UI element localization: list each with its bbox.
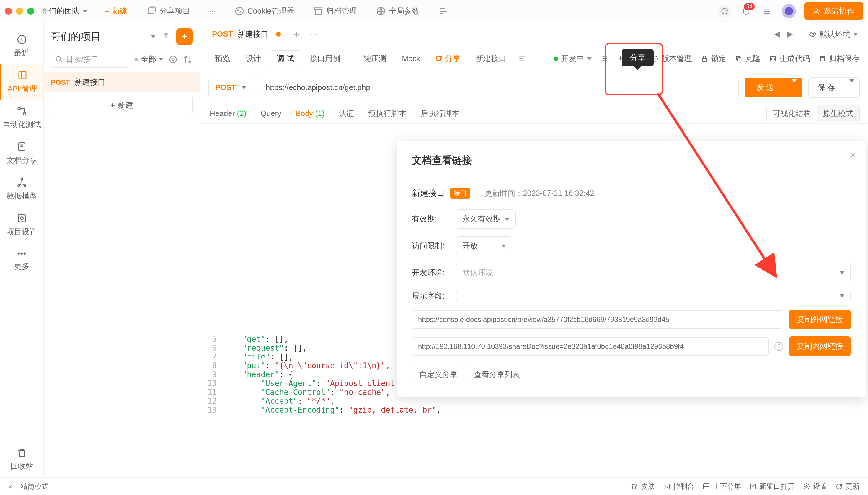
response-body-code[interactable]: 5 "get": [],6 "request": [],7 "file": []…: [200, 330, 868, 477]
reqtab-auth[interactable]: 认证: [337, 104, 355, 123]
reqtab-body[interactable]: Body (1): [294, 104, 326, 123]
tab-more-button[interactable]: ···: [305, 28, 324, 40]
new-label: 新建: [112, 6, 127, 16]
sidebar-new-button[interactable]: + 新建: [51, 96, 193, 115]
new-button[interactable]: + 新建: [98, 3, 134, 19]
subtab-cases[interactable]: 接口用例: [303, 51, 347, 67]
editor-tab[interactable]: POST 新建接口: [204, 22, 289, 46]
chevron-down-icon: [849, 80, 854, 91]
archive-save-button[interactable]: 归档保存: [819, 53, 860, 64]
validate-select[interactable]: 按undefined校验: [786, 321, 862, 338]
footer-console[interactable]: 控制台: [663, 482, 694, 491]
sidebar-item[interactable]: POST 新建接口: [44, 72, 200, 92]
lock-button[interactable]: 锁定: [701, 53, 726, 64]
clone-button[interactable]: 克隆: [735, 53, 761, 64]
team-selector[interactable]: 哥们的团队: [41, 6, 87, 16]
global-params-button[interactable]: 全局参数: [369, 3, 426, 19]
send-button[interactable]: 发 送: [745, 78, 786, 98]
close-button[interactable]: ×: [850, 150, 856, 161]
footer-split-label: 上下分屏: [713, 482, 741, 491]
reqtab-post[interactable]: 后执行脚本: [419, 104, 460, 123]
tab-next-button[interactable]: ▶: [787, 30, 793, 39]
rail-model[interactable]: 数据模型: [0, 171, 44, 207]
rail-auto[interactable]: 自动化测试: [0, 100, 44, 136]
window-max-dot[interactable]: [27, 8, 34, 15]
sidebar-filter[interactable]: ● 全部: [134, 54, 163, 64]
rail-more[interactable]: ••• 更多: [0, 243, 44, 277]
indent-icon[interactable]: [601, 55, 608, 63]
env-select[interactable]: 默认环境: [456, 263, 851, 283]
footer-skin[interactable]: 皮肤: [631, 482, 655, 491]
access-select[interactable]: 开放: [456, 236, 512, 255]
subtab-stress[interactable]: 一键压测: [349, 51, 393, 67]
exp-select[interactable]: 永久有效期: [456, 209, 516, 228]
tab-prev-button[interactable]: ◀: [774, 30, 780, 39]
upload-icon[interactable]: [161, 32, 171, 41]
subtab-debug[interactable]: 调 试: [270, 50, 301, 67]
sort-icon[interactable]: [183, 54, 193, 64]
save-button[interactable]: 保 存: [809, 78, 844, 98]
share-project-button[interactable]: 分享项目: [140, 3, 197, 19]
rail-trash[interactable]: 回收站: [0, 442, 44, 477]
rp-char: 字: [856, 187, 863, 196]
version-button[interactable]: 版本管理: [651, 53, 692, 64]
footer-collapse[interactable]: «: [8, 482, 12, 491]
result-toggle[interactable]: [731, 325, 749, 334]
sidebar-search[interactable]: 目录/接口: [51, 51, 129, 68]
sync-button[interactable]: [718, 5, 731, 18]
lock-icon: [701, 55, 708, 62]
view-visual[interactable]: 可视化结构: [767, 105, 817, 122]
window-min-dot[interactable]: [16, 8, 23, 15]
menu-button[interactable]: [761, 5, 774, 18]
footer-settings[interactable]: 设置: [803, 482, 827, 491]
env-selector[interactable]: 默认环境: [809, 29, 858, 39]
right-panel-collapsed[interactable]: « 字 段 描 述: [850, 170, 868, 239]
rail-doc[interactable]: 文档分享: [0, 136, 44, 171]
indent-icon[interactable]: [518, 55, 526, 63]
cookie-label: Cookie管理器: [247, 6, 294, 16]
more-menu[interactable]: ···: [203, 4, 222, 18]
subtab-newapi[interactable]: 新建接口: [469, 51, 513, 67]
project-dropdown-icon[interactable]: [151, 35, 156, 38]
reqtab-query[interactable]: Query: [259, 104, 282, 123]
method-select[interactable]: POST: [208, 78, 253, 97]
reqtab-header[interactable]: Header (2): [208, 104, 247, 123]
cookie-manager-button[interactable]: Cookie管理器: [228, 3, 301, 19]
subtab-design[interactable]: 设计: [239, 51, 267, 67]
view-raw[interactable]: 原生模式: [817, 105, 860, 122]
footer-newwindow[interactable]: 新窗口打开: [749, 482, 795, 491]
save-dropdown[interactable]: [844, 78, 860, 98]
invite-button[interactable]: 邀请协作: [804, 2, 863, 20]
svg-rect-0: [148, 8, 154, 14]
avatar[interactable]: [782, 4, 796, 18]
footer-mode[interactable]: 精简模式: [20, 482, 49, 491]
footer-split[interactable]: 上下分屏: [703, 482, 741, 491]
tab-add-button[interactable]: +: [289, 28, 305, 40]
rail-recent[interactable]: 最近: [0, 28, 44, 64]
rp-char: 描: [856, 212, 863, 221]
subtab-mock[interactable]: Mock: [395, 51, 427, 66]
collapse-button[interactable]: [432, 4, 455, 19]
rail-api[interactable]: API 管理: [0, 64, 44, 100]
status-indicator[interactable]: 开发中: [554, 53, 592, 64]
download-circle-icon[interactable]: [854, 298, 862, 307]
target-icon[interactable]: [168, 54, 178, 64]
svg-rect-22: [437, 56, 441, 61]
menu-icon: [763, 7, 771, 15]
subtab-share[interactable]: 分享: [429, 51, 467, 67]
rail-settings[interactable]: 项目设置: [0, 207, 44, 243]
url-input[interactable]: https://echo.apipost.cn/get.php: [259, 78, 739, 97]
reqtab-pre[interactable]: 预执行脚本: [367, 104, 408, 123]
response-time: 15:49:55: [734, 298, 761, 307]
footer-refresh[interactable]: 更新: [835, 482, 860, 491]
modal-api-name: 新建接口: [412, 188, 445, 199]
notification-button[interactable]: 54: [739, 5, 752, 18]
subtab-preview[interactable]: 预览: [208, 51, 237, 67]
sidebar-add-button[interactable]: +: [176, 28, 193, 45]
window-close-dot[interactable]: [5, 8, 12, 15]
archive-button[interactable]: 归档管理: [307, 3, 363, 19]
codegen-button[interactable]: 生成代码: [769, 53, 810, 64]
rp-char: 述: [856, 224, 863, 233]
send-dropdown[interactable]: [786, 78, 802, 98]
modal-api-tag: 接口: [450, 188, 470, 199]
